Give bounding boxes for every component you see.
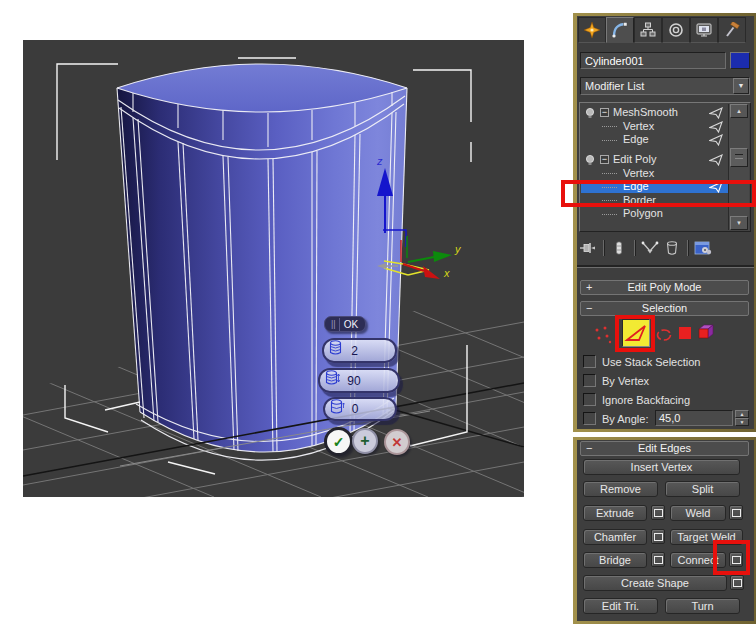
scroll-up-icon[interactable]: ▲ [730,104,748,118]
motion-icon [668,22,684,38]
modifier-list-dropdown[interactable]: Modifier List ▼ [580,77,750,95]
weld-settings-button[interactable] [729,505,743,520]
remove-modifier-icon[interactable] [661,238,683,258]
by-angle-row: By Angle: 45,0 ▲ ▼ [583,411,749,426]
tab-display[interactable] [690,17,718,43]
caddy-drag-handle-icon[interactable]: || [325,318,340,331]
caddy-ok-button[interactable]: || OK [324,316,366,332]
stack-scrollbar[interactable]: ▲ ▼ [728,104,749,230]
rollout-expand-icon[interactable]: + [586,281,592,294]
pin-stack-icon[interactable] [577,238,599,258]
scrollbar-thumb[interactable] [730,148,748,167]
connect-settings-button[interactable] [729,552,743,567]
tab-hierarchy[interactable] [634,17,662,43]
checkbox-icon[interactable] [583,355,596,368]
toolbar-separator [687,240,688,256]
segments-cylinder-icon [329,340,344,356]
caddy-apply-button[interactable]: ✓ [324,427,353,456]
settings-box-icon [732,556,741,564]
stack-row-vertex-2[interactable]: Vertex [581,167,729,180]
rollout-edit-poly-mode[interactable]: + Edit Poly Mode [580,280,749,295]
bridge-button[interactable]: Bridge [583,552,647,568]
modifier-stack-list[interactable]: − MeshSmooth Vertex Edge − Edi [579,102,751,232]
caddy-slide-field[interactable]: 0 [323,397,397,421]
stack-row-border[interactable]: Border [581,194,729,207]
by-angle-field[interactable]: 45,0 [655,410,733,426]
polygon-icon[interactable] [678,326,692,340]
lightbulb-icon[interactable] [584,154,596,166]
expand-toggle-icon[interactable]: − [600,155,609,164]
viewport-3d[interactable]: x y z || OK 2 90 [23,40,524,497]
checkbox-icon[interactable] [583,393,596,406]
expand-toggle-icon[interactable]: − [600,108,609,117]
edit-tri-button[interactable]: Edit Tri. [583,598,658,614]
stack-row-edge[interactable]: Edge [581,133,729,146]
stack-row-vertex[interactable]: Vertex [581,120,729,133]
tab-create[interactable] [578,17,606,43]
tree-line [602,213,617,215]
rollout-collapse-icon[interactable]: − [586,442,592,455]
insert-vertex-button[interactable]: Insert Vertex [583,459,740,475]
stack-toolbar [577,236,754,260]
create-shape-settings-button[interactable] [730,575,744,590]
rollout-collapse-icon[interactable]: − [586,302,592,315]
tab-utilities[interactable] [718,17,746,43]
remove-button[interactable]: Remove [583,481,658,497]
target-weld-button[interactable]: Target Weld [670,529,743,545]
checkbox-icon[interactable] [583,374,596,387]
caddy-apply-and-continue-button[interactable]: + [352,428,378,454]
lightbulb-icon[interactable] [584,107,596,119]
rollout-edit-edges[interactable]: − Edit Edges [580,441,749,456]
bridge-settings-button[interactable] [651,552,665,567]
make-unique-icon[interactable] [639,238,661,258]
checkbox-ignore-backfacing[interactable]: Ignore Backfacing [583,392,690,407]
rollout-selection[interactable]: − Selection [580,301,749,316]
stack-row-polygon[interactable]: Polygon [581,207,729,220]
viewport-canvas[interactable]: x y z [23,40,524,497]
split-button[interactable]: Split [665,481,740,497]
segments-cylinder-icon [325,370,340,386]
gizmo-x-label: x [443,267,450,279]
create-shape-button[interactable]: Create Shape [583,575,727,591]
create-icon [584,22,600,38]
caddy-pinch-field[interactable]: 90 [318,368,400,393]
active-level-arrow-icon [709,134,723,146]
plus-icon: + [360,432,369,450]
stack-row-edge-selected[interactable]: Edge [581,180,729,193]
stack-row-editpoly[interactable]: − Edit Poly [581,153,729,166]
show-end-result-icon[interactable] [608,238,630,258]
connect-button[interactable]: Connect [670,552,726,568]
element-icon[interactable] [697,323,715,341]
chamfer-button[interactable]: Chamfer [583,529,647,545]
extrude-settings-button[interactable] [651,505,665,520]
hierarchy-icon [640,22,656,38]
spinner-down-icon[interactable]: ▼ [735,418,749,426]
active-level-arrow-icon [709,107,723,119]
checkbox-by-vertex[interactable]: By Vertex [583,373,649,388]
tab-modify[interactable] [606,17,634,43]
caddy-cancel-button[interactable]: ✕ [384,429,410,455]
vertex-icon[interactable] [593,323,613,347]
chamfer-settings-button[interactable] [651,529,665,544]
tree-line [602,199,617,201]
toolbar-separator [634,240,635,256]
object-name-field[interactable]: Cylinder001 [580,52,726,69]
turn-button[interactable]: Turn [665,598,740,614]
chevron-down-icon[interactable]: ▼ [733,78,749,94]
checkbox-icon[interactable] [583,412,596,425]
tab-motion[interactable] [662,17,690,43]
configure-modifier-sets-icon[interactable] [692,238,714,258]
tree-line [602,139,617,141]
spinner-up-icon[interactable]: ▲ [735,410,749,418]
border-icon[interactable] [655,326,673,344]
weld-button[interactable]: Weld [670,505,726,521]
extrude-button[interactable]: Extrude [583,505,647,521]
stack-row-meshsmooth[interactable]: − MeshSmooth [581,106,729,119]
scroll-down-icon[interactable]: ▼ [730,216,748,230]
by-angle-spinner[interactable]: ▲ ▼ [735,410,749,426]
by-angle-label: By Angle: [602,413,648,425]
object-color-swatch[interactable] [730,52,750,69]
caddy-segments-field[interactable]: 2 [322,338,397,363]
checkbox-use-stack-selection[interactable]: Use Stack Selection [583,354,700,369]
edge-icon[interactable] [622,319,650,347]
